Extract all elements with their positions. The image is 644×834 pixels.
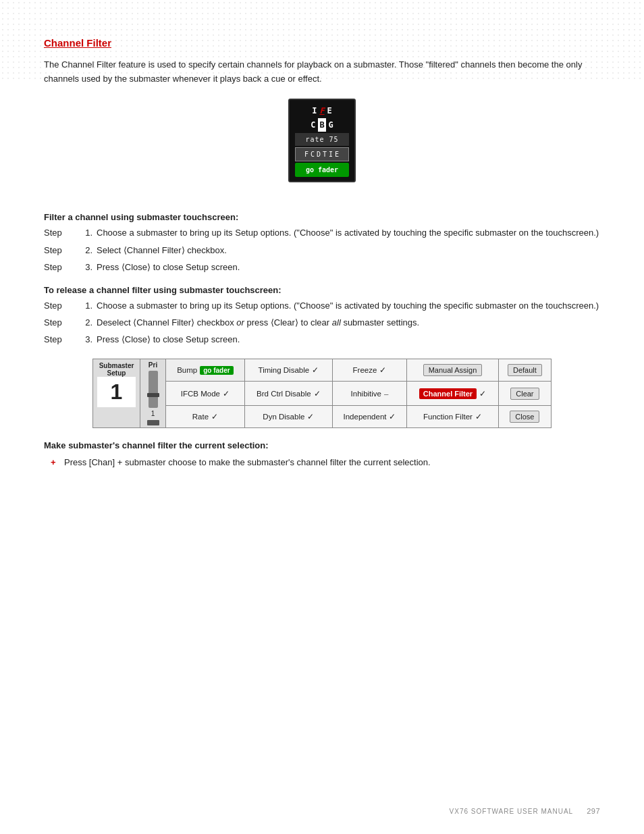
function-filter-label: Function Filter <box>423 413 473 421</box>
close-cell[interactable]: Close <box>498 406 551 428</box>
release-step-1: Step 1. Choose a submaster to bring up i… <box>44 299 600 313</box>
independent-label: Independent <box>344 413 387 421</box>
slider-handle <box>147 393 159 397</box>
brd-ctrl-disable-cell: Brd Ctrl Disable ✓ <box>244 382 332 406</box>
ts-letter-g: G <box>329 118 333 132</box>
filter-step-3: Step 3. Press ⟨Close⟩ to close Setup scr… <box>44 261 600 274</box>
rate-cell: Rate ✓ <box>166 406 245 428</box>
channel-filter-check: ✓ <box>479 389 486 398</box>
step-num: 3. <box>76 261 92 274</box>
pri-column: Pri 1 <box>140 359 166 428</box>
ifcb-mode-cell: IFCB Mode ✓ <box>166 382 245 406</box>
slider-block <box>147 420 159 425</box>
release-step-2: Step 2. Deselect ⟨Channel Filter⟩ checkb… <box>44 316 600 330</box>
filter-step-1: Step 1. Choose a submaster to bring up i… <box>44 226 600 240</box>
step-text: Deselect ⟨Channel Filter⟩ checkbox or pr… <box>97 316 600 330</box>
independent-cell: Independent ✓ <box>332 406 406 428</box>
manual-assign-cell[interactable]: Manual Assign <box>407 359 499 382</box>
ts-rate: rate 75 <box>295 133 349 146</box>
inhibitive-label: Inhibitive <box>351 390 381 398</box>
footer-page-number: 297 <box>587 807 600 815</box>
clear-cell[interactable]: Clear <box>498 382 551 406</box>
freeze-check: ✓ <box>379 365 386 375</box>
inhibitive-cell: Inhibitive – <box>332 382 406 406</box>
step-label: Step <box>44 299 76 313</box>
step-num: 3. <box>76 333 92 346</box>
submaster-table-wrapper: SubmasterSetup 1 Pri 1 Bump <box>44 359 600 428</box>
make-heading: Make submaster's channel filter the curr… <box>44 440 600 450</box>
release-heading: To release a channel filter using submas… <box>44 285 600 295</box>
footer-manual-title: VX76 SOFTWARE USER MANUAL <box>450 808 574 815</box>
timing-disable-label: Timing Disable <box>259 366 310 374</box>
ts-letter-f: F <box>319 104 324 118</box>
step-label: Step <box>44 244 76 257</box>
step-label: Step <box>44 261 76 274</box>
function-filter-cell: Function Filter ✓ <box>407 406 499 428</box>
step-text: Press ⟨Close⟩ to close Setup screen. <box>97 333 600 346</box>
page-footer: VX76 SOFTWARE USER MANUAL 297 <box>0 807 600 815</box>
dyn-disable-check: ✓ <box>307 412 314 421</box>
channel-filter-button[interactable]: Channel Filter <box>419 388 477 399</box>
step-text: Choose a submaster to bring up its Setup… <box>97 226 600 240</box>
filter-step-2: Step 2. Select ⟨Channel Filter⟩ checkbox… <box>44 244 600 257</box>
step-num: 1. <box>76 299 92 313</box>
table-row-header: SubmasterSetup 1 Pri 1 Bump <box>93 359 552 382</box>
brd-ctrl-disable-label: Brd Ctrl Disable <box>257 390 311 398</box>
pri-label: Pri <box>145 361 161 369</box>
submaster-setup-label: SubmasterSetup 1 <box>93 359 140 428</box>
step-label: Step <box>44 226 76 240</box>
step-num: 1. <box>76 226 92 240</box>
plus-marker: + <box>51 456 59 469</box>
step-label: Step <box>44 316 76 330</box>
step-text: Choose a submaster to bring up its Setup… <box>97 299 600 313</box>
ts-letter-e: E <box>327 104 332 118</box>
ts-letter-b: B <box>318 118 325 132</box>
sub-number: 1 <box>97 377 136 407</box>
default-cell[interactable]: Default <box>498 359 551 382</box>
brd-ctrl-disable-check: ✓ <box>314 389 321 398</box>
step-label: Step <box>44 333 76 346</box>
independent-check: ✓ <box>389 412 396 421</box>
filter-heading: Filter a channel using submaster touchsc… <box>44 212 600 222</box>
step-text: Select ⟨Channel Filter⟩ checkbox. <box>97 244 600 257</box>
close-button[interactable]: Close <box>510 411 539 423</box>
step-text: Press ⟨Close⟩ to close Setup screen. <box>97 261 600 274</box>
timing-disable-check: ✓ <box>312 365 319 375</box>
rate-check: ✓ <box>211 412 218 421</box>
freeze-label: Freeze <box>353 366 377 374</box>
slider-bar <box>149 371 158 408</box>
touchscreen-image-wrapper: I F E C B G rate 75 F C D T I E go fader <box>44 99 600 198</box>
step-num: 2. <box>76 244 92 257</box>
bump-cell: Bump go fader <box>166 359 245 382</box>
freeze-cell: Freeze ✓ <box>332 359 406 382</box>
ts-bar: F C D T I E <box>295 147 349 161</box>
dyn-disable-cell: Dyn Disable ✓ <box>244 406 332 428</box>
make-step-item: + Press [Chan] + submaster choose to mak… <box>51 456 600 469</box>
go-fader-badge: go fader <box>200 366 233 375</box>
timing-disable-cell: Timing Disable ✓ <box>244 359 332 382</box>
make-step-text: Press [Chan] + submaster choose to make … <box>64 456 431 469</box>
function-filter-check: ✓ <box>475 412 482 421</box>
ifcb-mode-check: ✓ <box>223 389 230 398</box>
ts-letter-i: I <box>312 104 317 118</box>
manual-assign-button[interactable]: Manual Assign <box>423 364 483 376</box>
ts-letter-c: C <box>311 118 315 132</box>
ifcb-mode-label: IFCB Mode <box>181 390 220 398</box>
section-title: Channel Filter <box>44 37 600 49</box>
slider-value: 1 <box>145 410 161 417</box>
default-button[interactable]: Default <box>508 364 542 376</box>
touchscreen-mockup: I F E C B G rate 75 F C D T I E go fader <box>288 99 356 183</box>
release-step-3: Step 3. Press ⟨Close⟩ to close Setup scr… <box>44 333 600 346</box>
ts-go-fader: go fader <box>295 163 349 177</box>
clear-button[interactable]: Clear <box>510 388 539 400</box>
intro-text: The Channel Filter feature is used to sp… <box>44 58 597 86</box>
submaster-setup-table: SubmasterSetup 1 Pri 1 Bump <box>92 359 552 428</box>
inhibitive-dash: – <box>384 390 388 398</box>
dyn-disable-label: Dyn Disable <box>263 413 304 421</box>
step-num: 2. <box>76 316 92 330</box>
channel-filter-cell[interactable]: Channel Filter ✓ <box>407 382 499 406</box>
bump-label: Bump <box>177 366 197 374</box>
rate-label: Rate <box>192 413 209 421</box>
